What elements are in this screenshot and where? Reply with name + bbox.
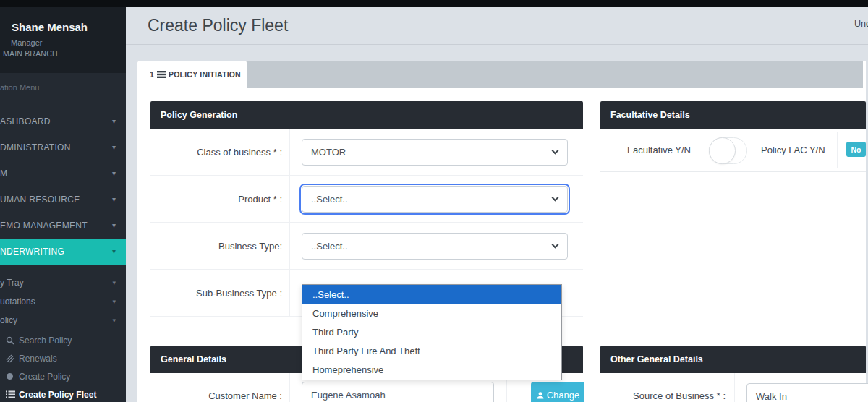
tab-policy-initiation[interactable]: 1 POLICY INITIATION <box>137 61 247 88</box>
field-label: Class of business * : <box>150 129 282 175</box>
user-role: Manager <box>11 38 42 47</box>
class-of-business-select[interactable]: MOTOR <box>302 139 568 166</box>
field-label: Customer Name : <box>150 373 282 402</box>
dropdown-option[interactable]: Homeprehensive <box>302 361 561 380</box>
sidebar-item-label: NDERWRITING <box>0 247 64 257</box>
sidebar-item-label: olicy <box>0 315 17 325</box>
page-title: Create Policy Fleet <box>148 16 288 35</box>
sub-business-type-dropdown: ..Select.. Comprehensive Third Party Thi… <box>302 284 562 380</box>
field-label: Product * : <box>150 176 282 222</box>
other-general-details-panel: Other General Details Source of Business… <box>600 346 866 402</box>
sidebar-item-human-resource[interactable]: UMAN RESOURCE ▾ <box>0 187 126 213</box>
customer-name-input[interactable] <box>302 382 494 402</box>
toggle-knob <box>709 137 736 164</box>
field-label: Sub-Business Type : <box>150 270 282 316</box>
sidebar-item-quotations[interactable]: uotations ▾ <box>0 292 126 311</box>
chevron-down-icon: ▾ <box>112 222 116 229</box>
circle-icon <box>6 372 17 381</box>
panel-title: Policy Generation <box>161 110 237 120</box>
top-navbar <box>0 0 868 7</box>
field-label: Source of Business * : <box>600 373 726 402</box>
sidebar-item-create-policy-fleet[interactable]: Create Policy Fleet <box>0 385 126 402</box>
select-value: MOTOR <box>311 147 346 158</box>
column-divider <box>289 373 290 402</box>
sidebar-item-create-policy[interactable]: Create Policy <box>0 367 126 385</box>
tab-label: POLICY INITIATION <box>169 70 241 79</box>
chevron-down-icon: ▾ <box>112 317 116 324</box>
field-row-business-type: Business Type: ..Select.. <box>150 223 583 270</box>
sidebar-item-label: ASHBOARD <box>0 116 51 127</box>
sidebar-item-label: Search Policy <box>19 335 72 346</box>
underwriting-submenu: y Tray ▾ uotations ▾ olicy ▾ <box>0 273 126 330</box>
list-icon <box>6 390 17 399</box>
chevron-down-icon <box>552 147 559 155</box>
business-type-select[interactable]: ..Select.. <box>302 233 568 260</box>
panel-title: Other General Details <box>610 354 703 364</box>
select-value: Walk In <box>756 391 787 402</box>
panel-header: Facultative Details <box>600 101 866 129</box>
sidebar-item-search-policy[interactable]: Search Policy <box>0 331 126 349</box>
navigation-menu-label: ation Menu <box>0 83 39 92</box>
select-value: ..Select.. <box>311 194 348 205</box>
policy-fac-label: Policy FAC Y/N <box>761 129 825 171</box>
dropdown-option[interactable]: ..Select.. <box>302 285 561 304</box>
sidebar-item-label: uotations <box>0 296 35 307</box>
sidebar-item-memo-management[interactable]: EMO MANAGEMENT ▾ <box>0 213 126 239</box>
panel-header: Policy Generation <box>150 101 583 129</box>
sidebar-item-renewals[interactable]: Renewals <box>0 349 126 367</box>
sidebar-item-label: M <box>0 168 7 179</box>
sidebar-item-label: y Tray <box>0 278 24 288</box>
search-icon <box>6 335 17 345</box>
sidebar-item-policy[interactable]: olicy ▾ <box>0 311 126 330</box>
policy-submenu: Search Policy Renewals Create Policy Cre… <box>0 331 126 402</box>
field-row-class-of-business: Class of business * : MOTOR <box>150 129 583 176</box>
sidebar: Shane Mensah Manager MAIN BRANCH ation M… <box>0 7 126 402</box>
sidebar-item-dashboard[interactable]: ASHBOARD ▾ <box>0 108 126 134</box>
policy-fac-status-badge: No <box>846 142 866 157</box>
column-divider <box>734 373 735 402</box>
renewals-icon <box>6 354 17 363</box>
change-customer-button[interactable]: Change <box>531 382 584 402</box>
sidebar-item-label: Create Policy Fleet <box>19 390 96 400</box>
select-value: ..Select.. <box>311 241 348 252</box>
chevron-down-icon <box>552 241 559 249</box>
sidebar-item-administration[interactable]: DMINISTRATION ▾ <box>0 134 126 161</box>
sidebar-item-crm[interactable]: M ▾ <box>0 161 126 187</box>
sidebar-item-label: Renewals <box>19 354 57 364</box>
sidebar-menu: ASHBOARD ▾ DMINISTRATION ▾ M ▾ UMAN RESO… <box>0 108 126 265</box>
chevron-down-icon: ▾ <box>112 196 116 203</box>
dropdown-option[interactable]: Third Party <box>302 322 561 341</box>
dropdown-option[interactable]: Third Party Fire And Theft <box>302 342 561 361</box>
field-row-product: Product * : ..Select.. <box>150 176 583 223</box>
sidebar-item-label: UMAN RESOURCE <box>0 194 80 205</box>
chevron-down-icon <box>552 194 559 202</box>
person-icon <box>536 391 545 400</box>
source-of-business-select[interactable]: Walk In <box>746 383 868 402</box>
panel-title: Facultative Details <box>610 110 690 120</box>
chevron-down-icon: ▾ <box>112 144 116 151</box>
chevron-down-icon: ▾ <box>112 298 116 305</box>
facultative-toggle-label: Facultative Y/N <box>600 129 691 171</box>
dropdown-option[interactable]: Comprehensive <box>302 304 561 322</box>
panel-body: Source of Business * : Walk In <box>600 373 866 402</box>
panel-title: General Details <box>161 354 226 364</box>
sidebar-item-label: EMO MANAGEMENT <box>0 221 88 231</box>
sidebar-item-my-tray[interactable]: y Tray ▾ <box>0 273 126 292</box>
chevron-down-icon: ▾ <box>112 118 116 125</box>
user-branch: MAIN BRANCH <box>3 49 58 58</box>
button-label: Change <box>547 390 580 401</box>
chevron-down-icon: ▾ <box>112 279 116 286</box>
content-card: 1 POLICY INITIATION Policy Generation Cl… <box>137 61 866 402</box>
sidebar-item-underwriting[interactable]: NDERWRITING ▾ <box>0 239 126 265</box>
sidebar-item-label: DMINISTRATION <box>0 142 71 153</box>
sidebar-item-label: Create Policy <box>19 372 70 382</box>
facultative-toggle[interactable] <box>709 137 747 164</box>
list-icon <box>157 71 166 78</box>
panel-body: Facultative Y/N Policy FAC Y/N No <box>600 129 866 172</box>
panel-header: Other General Details <box>600 346 866 373</box>
facultative-details-panel: Facultative Details Facultative Y/N Poli… <box>600 101 866 172</box>
column-divider <box>837 132 838 168</box>
field-label: Business Type: <box>150 223 282 269</box>
product-select[interactable]: ..Select.. <box>302 186 568 213</box>
user-name: Shane Mensah <box>12 21 88 33</box>
